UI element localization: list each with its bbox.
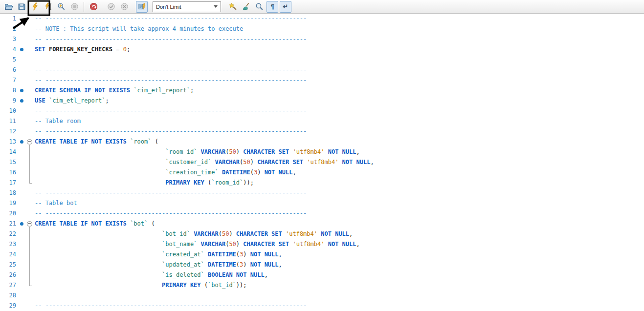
code-token: ) [243, 251, 250, 258]
open-script-button[interactable] [2, 1, 14, 13]
rollback-button[interactable] [118, 1, 130, 13]
explain-plan-button[interactable] [55, 1, 67, 13]
code-line[interactable]: 29-- -----------------------------------… [0, 301, 644, 311]
code-token: ( [201, 282, 208, 289]
line-number: 26 [0, 270, 18, 280]
code-line[interactable]: 3-- ------------------------------------… [0, 34, 644, 44]
find-button[interactable] [253, 1, 265, 13]
code-line[interactable]: 6-- ------------------------------------… [0, 65, 644, 75]
code-token [45, 97, 49, 104]
code-text: CREATE TABLE IF NOT EXISTS `bot` ( [35, 219, 155, 229]
code-token [35, 159, 165, 166]
code-token: NOT NULL [250, 251, 279, 258]
code-token [204, 261, 208, 268]
statement-marker-column [18, 167, 25, 178]
code-line[interactable]: 8CREATE SCHEMA IF NOT EXISTS `cim_etl_re… [0, 85, 644, 96]
code-text: -- -------------------------------------… [35, 65, 307, 75]
code-token: ( [151, 138, 158, 145]
code-token [204, 251, 208, 258]
code-line[interactable]: 4SET FOREIGN_KEY_CHECKS = 0; [0, 44, 644, 55]
code-token: `is_deleted` [162, 271, 204, 278]
code-line[interactable]: 19-- Table bot [0, 198, 644, 208]
code-token [127, 220, 130, 227]
fold-toggle[interactable] [25, 219, 34, 229]
line-number: 22 [0, 229, 18, 239]
code-line[interactable]: 28 [0, 290, 644, 301]
statement-marker-column [18, 198, 25, 208]
code-line[interactable]: 7-- ------------------------------------… [0, 75, 644, 85]
code-token: ; [190, 87, 194, 94]
limit-rows-dropdown[interactable]: Don't Limit [153, 1, 221, 12]
code-token: NOT NULL [328, 148, 356, 155]
code-text: -- -------------------------------------… [35, 126, 307, 137]
code-line[interactable]: 20-- -----------------------------------… [0, 208, 644, 219]
statement-start-marker [20, 89, 23, 92]
code-token: -- Table room [35, 118, 81, 124]
code-line[interactable]: 5 [0, 55, 644, 65]
code-token: -- Table bot [35, 200, 77, 207]
code-token [35, 179, 165, 186]
commit-button[interactable] [105, 1, 117, 13]
code-line[interactable]: 27 PRIMARY KEY (`bot_id`)); [0, 280, 644, 290]
code-line[interactable]: 10-- -----------------------------------… [0, 106, 644, 116]
save-script-button[interactable] [16, 1, 27, 13]
code-token: ( [236, 251, 240, 258]
code-line[interactable]: 12-- -----------------------------------… [0, 126, 644, 137]
code-token: -- -------------------------------------… [35, 302, 307, 309]
toggle-autocommit-button[interactable] [136, 1, 148, 13]
line-number: 13 [0, 137, 18, 147]
statement-marker-column [18, 270, 25, 280]
statement-marker-column [18, 34, 25, 44]
line-number: 18 [0, 188, 18, 198]
code-line[interactable]: 1-- ------------------------------------… [0, 14, 644, 24]
code-token: ( [204, 179, 211, 186]
code-text: PRIMARY KEY (`bot_id`)); [35, 280, 247, 290]
toggle-word-wrap-button[interactable]: ↵ [280, 1, 291, 13]
code-editor[interactable]: 1-- ------------------------------------… [0, 14, 644, 311]
stop-execution-button[interactable] [68, 1, 80, 13]
code-token: ) [229, 230, 236, 237]
execute-current-statement-button[interactable] [42, 1, 54, 13]
code-line[interactable]: 24 `created_at` DATETIME(3) NOT NULL, [0, 249, 644, 260]
code-token: `room` [130, 138, 151, 145]
code-text: -- -------------------------------------… [35, 34, 307, 44]
code-line[interactable]: 21CREATE TABLE IF NOT EXISTS `bot` ( [0, 219, 644, 229]
clear-script-button[interactable] [240, 1, 252, 13]
line-number: 2 [0, 24, 18, 34]
code-token: USE [35, 97, 45, 104]
code-line[interactable]: 22 `bot_id` VARCHAR(50) CHARACTER SET 'u… [0, 229, 644, 239]
toggle-stop-on-error-button[interactable] [88, 1, 99, 13]
code-line[interactable]: 18-- -----------------------------------… [0, 188, 644, 198]
code-token [45, 46, 49, 53]
fold-column [25, 208, 34, 219]
code-line[interactable]: 15 `customer_id` VARCHAR(50) CHARACTER S… [0, 157, 644, 167]
code-text: -- Table room [35, 116, 81, 126]
code-token [35, 148, 165, 155]
code-line[interactable]: 9USE `cim_etl_report`; [0, 96, 644, 106]
line-number: 29 [0, 301, 18, 311]
code-line[interactable]: 23 `bot_name` VARCHAR(50) CHARACTER SET … [0, 239, 644, 249]
code-token: `room_id` [165, 148, 197, 155]
code-line[interactable]: 26 `is_deleted` BOOLEAN NOT NULL, [0, 270, 644, 280]
toggle-invisible-characters-button[interactable]: ¶ [266, 1, 278, 13]
beautify-script-button[interactable] [227, 1, 239, 13]
statement-start-marker [20, 99, 23, 103]
code-line[interactable]: 25 `updated_at` DATETIME(3) NOT NULL, [0, 260, 644, 270]
code-line[interactable]: 14 `room_id` VARCHAR(50) CHARACTER SET '… [0, 147, 644, 157]
code-token: , [356, 148, 360, 155]
code-token: -- -------------------------------------… [35, 128, 307, 135]
execute-script-button[interactable] [29, 1, 41, 13]
code-token: 'utf8mb4' [292, 148, 324, 155]
code-line[interactable]: 13CREATE TABLE IF NOT EXISTS `room` ( [0, 137, 644, 147]
code-token: ; [127, 46, 130, 53]
statement-marker-column [18, 188, 25, 198]
code-line[interactable]: 2-- NOTE : This script will take approx … [0, 24, 644, 34]
code-line[interactable]: 17 PRIMARY KEY (`room_id`)); [0, 178, 644, 188]
code-token: 'utf8mb4' [307, 159, 338, 166]
code-line[interactable]: 16 `creation_time` DATETIME(3) NOT NULL, [0, 167, 644, 178]
fold-toggle[interactable] [25, 137, 34, 147]
code-line[interactable]: 11-- Table room [0, 116, 644, 126]
statement-marker-column [18, 260, 25, 270]
statement-marker-column [18, 147, 25, 157]
code-token [35, 261, 162, 268]
